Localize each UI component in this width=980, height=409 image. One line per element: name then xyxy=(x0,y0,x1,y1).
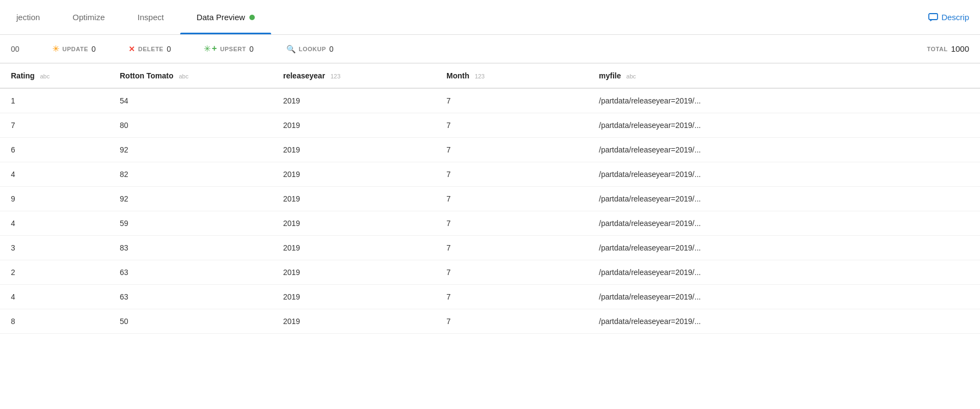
cell-releaseyear: 2019 xyxy=(272,285,436,309)
tab-active-dot xyxy=(249,15,255,20)
cell-rating: 9 xyxy=(0,187,109,211)
cell-month: 7 xyxy=(436,113,588,138)
tab-optimize-label: Optimize xyxy=(72,13,105,22)
cell-rotton: 83 xyxy=(109,236,272,260)
table-header-row: Rating abc Rotton Tomato abc releaseyear… xyxy=(0,64,980,88)
cell-month: 7 xyxy=(436,211,588,236)
cell-myfile: /partdata/releaseyear=2019/... xyxy=(588,88,980,113)
col-header-myfile: myfile abc xyxy=(588,64,980,88)
cell-rating: 4 xyxy=(0,162,109,187)
cell-rating: 4 xyxy=(0,285,109,309)
cell-myfile: /partdata/releaseyear=2019/... xyxy=(588,260,980,285)
table-row: 48220197/partdata/releaseyear=2019/... xyxy=(0,162,980,187)
cell-rotton: 82 xyxy=(109,162,272,187)
cell-rating: 3 xyxy=(0,236,109,260)
cell-rating: 8 xyxy=(0,309,109,334)
cell-month: 7 xyxy=(436,309,588,334)
stat-count: 00 xyxy=(11,45,41,53)
table-row: 85020197/partdata/releaseyear=2019/... xyxy=(0,309,980,334)
cell-rotton: 92 xyxy=(109,138,272,162)
delete-value: 0 xyxy=(167,45,171,53)
total-label: TOTAL xyxy=(927,46,947,52)
cell-myfile: /partdata/releaseyear=2019/... xyxy=(588,113,980,138)
cell-rotton: 50 xyxy=(109,309,272,334)
col-month-label: Month xyxy=(446,71,469,80)
stat-delete: ✕ DELETE 0 xyxy=(118,45,193,53)
tab-optimize[interactable]: Optimize xyxy=(56,0,121,34)
lookup-label: LOOKUP xyxy=(299,46,326,52)
col-month-type: 123 xyxy=(475,73,485,80)
cell-releaseyear: 2019 xyxy=(272,236,436,260)
upsert-label: UPSERT xyxy=(220,46,246,52)
cell-rotton: 80 xyxy=(109,113,272,138)
data-table: Rating abc Rotton Tomato abc releaseyear… xyxy=(0,64,980,334)
cell-month: 7 xyxy=(436,88,588,113)
cell-releaseyear: 2019 xyxy=(272,260,436,285)
cell-myfile: /partdata/releaseyear=2019/... xyxy=(588,309,980,334)
total-value: 1000 xyxy=(951,44,969,53)
table-row: 45920197/partdata/releaseyear=2019/... xyxy=(0,211,980,236)
cell-month: 7 xyxy=(436,187,588,211)
update-icon: ✳ xyxy=(52,44,59,54)
table-row: 69220197/partdata/releaseyear=2019/... xyxy=(0,138,980,162)
tab-inspect[interactable]: Inspect xyxy=(121,0,180,34)
col-myfile-label: myfile xyxy=(599,71,621,80)
tab-bar: jection Optimize Inspect Data Preview De… xyxy=(0,0,980,35)
cell-rating: 6 xyxy=(0,138,109,162)
cell-month: 7 xyxy=(436,236,588,260)
cell-rotton: 63 xyxy=(109,260,272,285)
tab-rejection[interactable]: jection xyxy=(0,0,56,34)
cell-releaseyear: 2019 xyxy=(272,162,436,187)
table-row: 26320197/partdata/releaseyear=2019/... xyxy=(0,260,980,285)
col-header-month: Month 123 xyxy=(436,64,588,88)
lookup-value: 0 xyxy=(329,45,334,53)
tab-data-preview[interactable]: Data Preview xyxy=(180,0,271,34)
describe-button[interactable]: Descrip xyxy=(928,13,980,22)
lookup-icon: 🔍 xyxy=(286,45,296,53)
stat-total: TOTAL 1000 xyxy=(927,44,969,53)
stats-bar: 00 ✳ UPDATE 0 ✕ DELETE 0 ✳ + UPSERT 0 🔍 … xyxy=(0,35,980,63)
cell-myfile: /partdata/releaseyear=2019/... xyxy=(588,236,980,260)
col-header-rotton: Rotton Tomato abc xyxy=(109,64,272,88)
cell-rating: 4 xyxy=(0,211,109,236)
cell-rating: 7 xyxy=(0,113,109,138)
update-value: 0 xyxy=(91,45,96,53)
describe-label: Descrip xyxy=(941,13,969,22)
col-header-rating: Rating abc xyxy=(0,64,109,88)
cell-myfile: /partdata/releaseyear=2019/... xyxy=(588,285,980,309)
cell-rating: 2 xyxy=(0,260,109,285)
cell-month: 7 xyxy=(436,260,588,285)
cell-releaseyear: 2019 xyxy=(272,113,436,138)
table-row: 15420197/partdata/releaseyear=2019/... xyxy=(0,88,980,113)
delete-icon: ✕ xyxy=(128,45,135,53)
col-rating-type: abc xyxy=(40,73,50,80)
table-row: 99220197/partdata/releaseyear=2019/... xyxy=(0,187,980,211)
upsert-plus-icon: + xyxy=(212,44,217,53)
col-rating-label: Rating xyxy=(11,71,35,80)
delete-label: DELETE xyxy=(138,46,163,52)
tab-inspect-label: Inspect xyxy=(138,13,164,22)
cell-myfile: /partdata/releaseyear=2019/... xyxy=(588,211,980,236)
col-header-releaseyear: releaseyear 123 xyxy=(272,64,436,88)
cell-releaseyear: 2019 xyxy=(272,187,436,211)
svg-rect-0 xyxy=(929,14,938,20)
col-rotton-label: Rotton Tomato xyxy=(120,71,174,80)
cell-month: 7 xyxy=(436,162,588,187)
col-releaseyear-label: releaseyear xyxy=(283,71,325,80)
chat-icon xyxy=(928,13,938,22)
cell-month: 7 xyxy=(436,138,588,162)
stat-lookup: 🔍 LOOKUP 0 xyxy=(275,45,356,53)
stat-upsert: ✳ + UPSERT 0 xyxy=(193,44,275,54)
table-row: 78020197/partdata/releaseyear=2019/... xyxy=(0,113,980,138)
cell-myfile: /partdata/releaseyear=2019/... xyxy=(588,138,980,162)
cell-rotton: 63 xyxy=(109,285,272,309)
col-myfile-type: abc xyxy=(626,73,636,80)
upsert-icon: ✳ xyxy=(204,44,211,54)
cell-rotton: 59 xyxy=(109,211,272,236)
upsert-value: 0 xyxy=(249,45,254,53)
cell-releaseyear: 2019 xyxy=(272,138,436,162)
tab-data-preview-label: Data Preview xyxy=(197,13,245,22)
cell-releaseyear: 2019 xyxy=(272,88,436,113)
tab-rejection-label: jection xyxy=(16,13,40,22)
col-releaseyear-type: 123 xyxy=(330,73,340,80)
